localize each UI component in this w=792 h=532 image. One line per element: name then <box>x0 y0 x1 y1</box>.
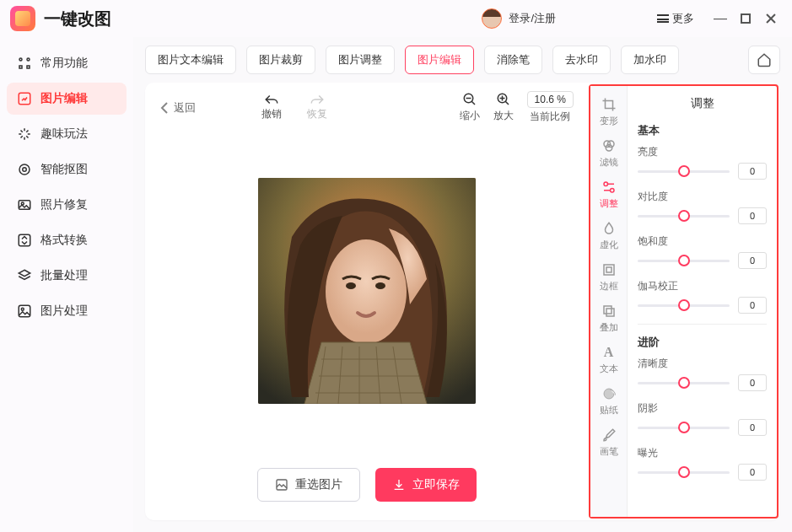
rail-brush[interactable]: 画笔 <box>590 422 627 463</box>
zoom-out-button[interactable]: 缩小 <box>460 92 480 123</box>
rail-sticker[interactable]: 贴纸 <box>590 380 627 422</box>
sidebar-item-process[interactable]: 图片处理 <box>7 295 127 327</box>
rail-blur[interactable]: 虚化 <box>590 215 627 256</box>
tab-adjust[interactable]: 图片调整 <box>326 46 395 74</box>
rail-label: 画笔 <box>600 445 618 458</box>
slider-value[interactable]: 0 <box>738 163 767 180</box>
slider-track[interactable] <box>638 260 730 262</box>
tab-eraser[interactable]: 消除笔 <box>484 46 542 74</box>
slider-label: 伽马校正 <box>638 279 767 293</box>
slider-value[interactable]: 0 <box>738 297 767 314</box>
slider-value[interactable]: 0 <box>738 207 767 224</box>
window-minimize[interactable]: — <box>709 8 731 30</box>
slider-label: 曝光 <box>638 446 767 460</box>
canvas-image[interactable] <box>258 178 476 404</box>
avatar[interactable] <box>482 8 502 29</box>
slider-thumb[interactable] <box>678 165 690 177</box>
zoom-out-icon <box>462 92 477 107</box>
sidebar-item-label: 图片处理 <box>40 304 88 319</box>
sidebar-item-convert[interactable]: 格式转换 <box>7 224 127 256</box>
svg-point-11 <box>21 308 24 310</box>
sidebar-item-cutout[interactable]: 智能抠图 <box>7 153 127 185</box>
back-label: 返回 <box>174 100 196 116</box>
save-button[interactable]: 立即保存 <box>375 468 477 502</box>
login-link[interactable]: 登录/注册 <box>509 11 556 26</box>
slider-track[interactable] <box>638 427 730 429</box>
slider-track[interactable] <box>638 471 730 474</box>
back-button[interactable]: 返回 <box>160 100 196 116</box>
canvas-card: 返回 撤销 恢复 缩小 放大 10.6 %当前比例 <box>145 83 780 520</box>
sidebar-item-restore[interactable]: 照片修复 <box>7 189 127 221</box>
home-button[interactable] <box>748 46 780 74</box>
sidebar-item-common[interactable]: 常用功能 <box>7 47 127 79</box>
slider-thumb[interactable] <box>678 299 690 311</box>
hamburger-icon <box>657 14 669 23</box>
sidebar-item-fun[interactable]: 趣味玩法 <box>7 118 127 150</box>
rail-label: 虚化 <box>600 239 618 251</box>
rail-border[interactable]: 边框 <box>590 256 627 298</box>
titlebar: 一键改图 登录/注册 更多 — <box>0 0 792 37</box>
more-button[interactable]: 更多 <box>657 11 694 26</box>
slider-track[interactable] <box>638 304 730 307</box>
zoom-in-button[interactable]: 放大 <box>493 92 514 123</box>
action-row: 重选图片 立即保存 <box>145 454 589 520</box>
sidebar-item-label: 格式转换 <box>40 233 88 248</box>
svg-point-21 <box>606 145 612 152</box>
slider-value[interactable]: 0 <box>738 464 767 481</box>
rail-text[interactable]: A文本 <box>590 339 627 380</box>
rail-label: 变形 <box>600 115 618 127</box>
window-maximize[interactable] <box>735 8 757 30</box>
rail-label: 贴纸 <box>600 404 618 416</box>
slider-label: 阴影 <box>638 401 767 416</box>
brush-icon <box>601 427 617 443</box>
slider-thumb[interactable] <box>678 255 690 266</box>
slider-value[interactable]: 0 <box>738 252 767 269</box>
slider-label: 对比度 <box>638 190 767 204</box>
sidebar-item-batch[interactable]: 批量处理 <box>7 260 127 292</box>
sidebar-item-label: 图片编辑 <box>40 91 88 106</box>
slider-clarity: 清晰度 0 <box>638 357 767 391</box>
slider-track[interactable] <box>638 170 730 173</box>
svg-point-23 <box>610 189 614 193</box>
slider-thumb[interactable] <box>678 210 690 222</box>
slider-saturation: 饱和度 0 <box>638 234 767 269</box>
slider-value[interactable]: 0 <box>738 374 767 391</box>
tab-add-watermark[interactable]: 加水印 <box>621 46 679 74</box>
slider-track[interactable] <box>638 215 730 218</box>
tab-crop[interactable]: 图片裁剪 <box>246 46 315 74</box>
slider-thumb[interactable] <box>678 466 690 478</box>
rail-overlay[interactable]: 叠加 <box>590 298 627 339</box>
slider-value[interactable]: 0 <box>738 419 767 436</box>
rail-filter[interactable]: 滤镜 <box>590 132 627 174</box>
redo-label: 恢复 <box>307 107 327 121</box>
reselect-button[interactable]: 重选图片 <box>257 468 360 502</box>
rail-label: 文本 <box>600 363 618 375</box>
slider-track[interactable] <box>638 382 730 384</box>
rail-adjust[interactable]: 调整 <box>590 174 627 215</box>
tabs: 图片文本编辑 图片裁剪 图片调整 图片编辑 消除笔 去水印 加水印 <box>145 46 780 74</box>
adjust-panel: 调整 基本 亮度 0 对比度 0 饱和度 0 伽马校正 <box>628 86 777 517</box>
svg-rect-10 <box>19 305 30 317</box>
sticker-icon <box>601 385 617 402</box>
save-label: 立即保存 <box>412 477 460 492</box>
window-close[interactable] <box>760 8 782 30</box>
undo-label: 撤销 <box>261 107 282 121</box>
zoom-value-box: 10.6 %当前比例 <box>527 91 574 124</box>
redo-button[interactable]: 恢复 <box>307 94 327 121</box>
grid-icon <box>17 56 32 71</box>
rail-transform[interactable]: 变形 <box>590 91 627 132</box>
photo-icon <box>17 197 32 212</box>
undo-button[interactable]: 撤销 <box>261 94 282 121</box>
sidebar: 常用功能 图片编辑 趣味玩法 智能抠图 照片修复 格式转换 批量处理 图片处理 <box>0 37 133 532</box>
slider-exposure: 曝光 0 <box>638 446 767 481</box>
tab-edit[interactable]: 图片编辑 <box>405 46 474 74</box>
tab-remove-watermark[interactable]: 去水印 <box>552 46 611 74</box>
sidebar-item-label: 智能抠图 <box>40 162 88 177</box>
tab-text-edit[interactable]: 图片文本编辑 <box>145 46 236 74</box>
sidebar-item-edit[interactable]: 图片编辑 <box>7 83 127 115</box>
slider-thumb[interactable] <box>678 422 690 433</box>
slider-thumb[interactable] <box>678 377 690 389</box>
text-icon: A <box>601 344 617 361</box>
group-advanced-title: 进阶 <box>638 335 767 350</box>
overlay-icon <box>601 303 617 320</box>
